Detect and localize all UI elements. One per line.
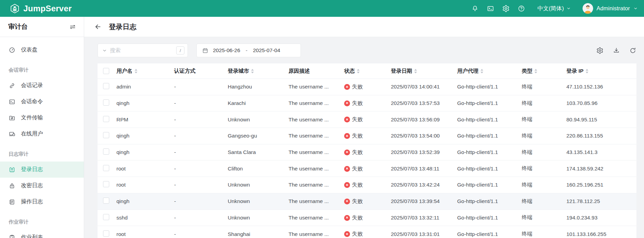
row-checkbox[interactable]: [103, 148, 109, 155]
system-settings-gear-icon[interactable]: [502, 5, 510, 12]
sidebar-item-session-records[interactable]: 会话记录: [0, 78, 84, 94]
refresh-icon[interactable]: [629, 47, 636, 54]
column-header-date[interactable]: 登录日期: [391, 68, 457, 75]
cell-checkbox: [98, 116, 116, 123]
cell-agent: Go-http-client/1.1: [457, 117, 522, 123]
help-icon[interactable]: [518, 5, 525, 12]
avatar: [583, 3, 593, 14]
row-checkbox[interactable]: [103, 99, 109, 106]
cell-date: 2025/07/03 13:32:11: [391, 215, 457, 221]
export-download-icon[interactable]: [613, 47, 620, 54]
select-all-checkbox[interactable]: [103, 68, 109, 74]
row-checkbox[interactable]: [103, 230, 109, 237]
column-header-status[interactable]: 状态: [344, 68, 391, 75]
search-input[interactable]: 搜索 /: [98, 44, 188, 57]
language-selector[interactable]: 中文(简体): [538, 5, 571, 12]
cell-agent: Go-http-client/1.1: [457, 215, 522, 221]
cell-username: qingh: [116, 149, 174, 155]
sidebar-item-job-list[interactable]: 作业列表: [0, 229, 84, 238]
table-row[interactable]: qingh-UnknownThe username ...失败2025/07/0…: [98, 193, 636, 210]
sidebar-item-file-transfer[interactable]: 文件传输: [0, 110, 84, 126]
cell-ip: 80.94.95.115: [566, 117, 636, 123]
sort-arrows-icon[interactable]: [414, 69, 417, 73]
sidebar-item-online-users[interactable]: 在线用户: [0, 126, 84, 142]
table-row[interactable]: qingh-KarachiThe username ...失败2025/07/0…: [98, 95, 636, 112]
cell-checkbox: [98, 165, 116, 172]
table-row[interactable]: admin-HangzhouThe username ...失败2025/07/…: [98, 79, 636, 95]
table-settings-gear-icon[interactable]: [596, 47, 603, 54]
column-header-type[interactable]: 类型: [522, 68, 566, 75]
sidebar-item-label: 作业列表: [21, 234, 43, 238]
top-navbar: JumpServer: [0, 0, 644, 17]
column-header-label: 用户名: [116, 68, 133, 75]
sidebar-item-dashboard[interactable]: 仪表盘: [0, 42, 84, 58]
dashboard-icon: [9, 47, 15, 53]
date-range-picker[interactable]: 2025-06-26 - 2025-07-04: [196, 44, 301, 57]
search-filter-chevron-icon[interactable]: [102, 48, 107, 53]
status-badge: 失败: [344, 100, 363, 107]
sort-arrows-icon[interactable]: [357, 69, 360, 73]
row-checkbox[interactable]: [103, 132, 109, 138]
row-checkbox[interactable]: [103, 198, 109, 204]
cell-auth: -: [174, 182, 228, 188]
fail-status-icon: [344, 84, 350, 90]
cell-username: root: [116, 231, 174, 237]
column-header-city[interactable]: 登录城市: [228, 68, 289, 75]
table-row[interactable]: qingh-Gangseo-guThe username ...失败2025/0…: [98, 128, 636, 144]
console-title: 审计台: [8, 22, 28, 31]
column-header-username[interactable]: 用户名: [116, 68, 174, 75]
date-separator: -: [246, 47, 247, 53]
cell-ip: 101.133.166.255: [566, 231, 636, 237]
cell-city: Unknown: [228, 215, 289, 221]
web-terminal-icon[interactable]: [487, 5, 494, 12]
toolbar: 搜索 / 2025-06-26 - 2025-07-04: [98, 44, 636, 57]
column-header-agent[interactable]: 用户代理: [457, 68, 522, 75]
cell-status: 失败: [344, 198, 391, 205]
sidebar-item-password-change-logs[interactable]: 改密日志: [0, 178, 84, 194]
cell-reason: The username ...: [289, 231, 344, 237]
cell-ip: 121.78.112.25: [566, 198, 636, 204]
status-label: 失败: [352, 132, 363, 140]
sort-arrows-icon[interactable]: [586, 69, 588, 73]
cell-auth: -: [174, 133, 228, 139]
cell-username: admin: [116, 84, 174, 90]
sort-arrows-icon[interactable]: [481, 69, 483, 73]
search-shortcut-badge: /: [176, 46, 184, 55]
cell-type: 终端: [522, 100, 566, 107]
calendar-icon: [202, 47, 208, 54]
sort-arrows-icon[interactable]: [135, 69, 137, 73]
status-badge: 失败: [344, 214, 363, 222]
sidebar-item-session-commands[interactable]: 会话命令: [0, 94, 84, 110]
cell-type: 终端: [522, 149, 566, 156]
row-checkbox[interactable]: [103, 116, 109, 122]
back-button[interactable]: [94, 23, 102, 31]
table-row[interactable]: qingh-Santa ClaraThe username ...失败2025/…: [98, 144, 636, 161]
row-checkbox[interactable]: [103, 214, 109, 220]
cell-reason: The username ...: [289, 84, 344, 90]
row-checkbox[interactable]: [103, 165, 109, 171]
notification-bell-icon[interactable]: [471, 5, 479, 12]
sidebar-item-operation-logs[interactable]: 操作日志: [0, 194, 84, 210]
brand[interactable]: JumpServer: [10, 3, 72, 14]
sort-arrows-icon[interactable]: [534, 69, 537, 73]
jumpserver-logo-icon: [10, 3, 20, 14]
table-row[interactable]: root-UnknownThe username ...失败2025/07/03…: [98, 177, 636, 193]
row-checkbox[interactable]: [103, 83, 109, 89]
cell-date: 2025/07/03 13:52:39: [391, 149, 457, 155]
row-checkbox[interactable]: [103, 181, 109, 187]
sidebar-item-login-logs[interactable]: 登录日志: [0, 162, 84, 178]
cell-auth: -: [174, 100, 228, 106]
table-row[interactable]: root-CliftonThe username ...失败2025/07/03…: [98, 160, 636, 177]
user-menu[interactable]: Administrator: [583, 3, 638, 14]
switch-console-icon[interactable]: [69, 23, 76, 31]
column-header-ip[interactable]: 登录 IP: [566, 68, 636, 75]
table-row[interactable]: RPM-UnknownThe username ...失败2025/07/03 …: [98, 111, 636, 128]
file-transfer-icon: [9, 115, 15, 121]
table-row[interactable]: sshd-UnknownThe username ...失败2025/07/03…: [98, 210, 636, 226]
login-log-table: 用户名认证方式登录城市原因描述状态登录日期用户代理类型登录 IP admin-H…: [98, 63, 636, 238]
header-cell-select-all: [98, 68, 116, 74]
sort-arrows-icon[interactable]: [251, 69, 254, 73]
cell-auth: -: [174, 198, 228, 204]
table-row[interactable]: root-ShanghaiThe username ...失败2025/07/0…: [98, 226, 636, 238]
column-header-label: 原因描述: [289, 68, 310, 75]
